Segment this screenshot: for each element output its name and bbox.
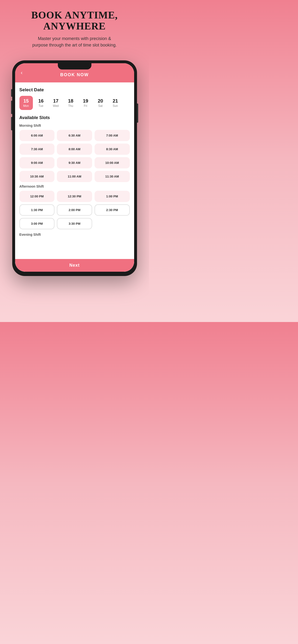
slot-130pm[interactable]: 1:30 PM bbox=[20, 204, 55, 216]
date-item-16-tue[interactable]: 16 Tue bbox=[34, 96, 48, 110]
date-day: Thu bbox=[68, 104, 73, 108]
slot-900am[interactable]: 9:00 AM bbox=[20, 157, 55, 168]
slot-100pm[interactable]: 1:00 PM bbox=[95, 191, 130, 202]
afternoon-slots-grid-1: 12:00 PM 12:30 PM 1:00 PM bbox=[20, 191, 130, 202]
page-subtitle: Master your moments with precision & pur… bbox=[32, 36, 118, 48]
slot-300pm[interactable]: 3:00 PM bbox=[20, 218, 55, 229]
evening-shift-label: Evening Shift bbox=[20, 233, 130, 236]
slot-700am[interactable]: 7:00 AM bbox=[95, 130, 130, 141]
date-number: 16 bbox=[38, 98, 43, 104]
date-item-17-wed[interactable]: 17 Wed bbox=[49, 96, 63, 110]
slot-830am[interactable]: 8:30 AM bbox=[95, 144, 130, 155]
page-header: BOOK ANYTIME,ANYWHERE Master your moment… bbox=[31, 10, 118, 48]
slot-330pm[interactable]: 3:30 PM bbox=[57, 218, 92, 229]
date-item-20-sat[interactable]: 20 Sat bbox=[94, 96, 107, 110]
slot-1230pm[interactable]: 12:30 PM bbox=[57, 191, 92, 202]
slot-1200pm[interactable]: 12:00 PM bbox=[20, 191, 55, 202]
date-number: 20 bbox=[98, 98, 103, 104]
slot-600am[interactable]: 6:00 AM bbox=[20, 130, 55, 141]
date-day: Tue bbox=[38, 104, 43, 108]
date-item-21-sun[interactable]: 21 Sun bbox=[109, 96, 122, 110]
app-header-title: BOOK NOW bbox=[60, 72, 89, 78]
date-selector: 15 Mon 16 Tue 17 Wed 18 Thu 19 Fri bbox=[20, 96, 130, 110]
slot-1000am[interactable]: 10:00 AM bbox=[95, 157, 130, 168]
back-button[interactable]: ‹ bbox=[19, 69, 25, 77]
available-slots-title: Available Slots bbox=[20, 115, 130, 120]
slot-930am[interactable]: 9:30 AM bbox=[57, 157, 92, 168]
app-footer: Next bbox=[15, 259, 134, 272]
app-content: Select Date 15 Mon 16 Tue 17 Wed 18 Thu bbox=[15, 82, 134, 272]
date-day: Sat bbox=[98, 104, 102, 108]
morning-slots-grid: 6:00 AM 6:30 AM 7:00 AM 7:30 AM 8:00 AM … bbox=[20, 130, 130, 182]
slot-200pm[interactable]: 2:00 PM bbox=[57, 204, 92, 216]
phone-notch bbox=[58, 63, 91, 70]
next-button[interactable]: Next bbox=[20, 263, 129, 268]
date-number: 21 bbox=[112, 98, 118, 104]
afternoon-shift-label: Afternoon Shift bbox=[20, 184, 130, 188]
afternoon-slots-grid-3: 3:00 PM 3:30 PM bbox=[20, 218, 130, 229]
slot-800am[interactable]: 8:00 AM bbox=[57, 144, 92, 155]
select-date-label: Select Date bbox=[20, 87, 130, 92]
slot-730am[interactable]: 7:30 AM bbox=[20, 144, 55, 155]
date-item-15-mon[interactable]: 15 Mon bbox=[20, 96, 33, 110]
date-number: 18 bbox=[68, 98, 73, 104]
date-number: 19 bbox=[83, 98, 88, 104]
slot-1130am[interactable]: 11:30 AM bbox=[95, 171, 130, 182]
phone-screen: ‹ BOOK NOW Select Date 15 Mon 16 Tue 17 … bbox=[15, 63, 134, 272]
morning-shift-label: Morning Shift bbox=[20, 124, 130, 128]
date-day: Sun bbox=[113, 104, 118, 108]
page-title: BOOK ANYTIME,ANYWHERE bbox=[31, 10, 118, 32]
slot-1030am[interactable]: 10:30 AM bbox=[20, 171, 55, 182]
date-number: 17 bbox=[53, 98, 58, 104]
date-day: Mon bbox=[23, 104, 29, 108]
slot-1100am[interactable]: 11:00 AM bbox=[57, 171, 92, 182]
date-item-18-thu[interactable]: 18 Thu bbox=[64, 96, 77, 110]
slot-630am[interactable]: 6:30 AM bbox=[57, 130, 92, 141]
date-day: Fri bbox=[84, 104, 87, 108]
afternoon-slots-grid-2: 1:30 PM 2:00 PM 2:30 PM bbox=[20, 204, 130, 216]
date-day: Wed bbox=[53, 104, 59, 108]
phone-mockup: ‹ BOOK NOW Select Date 15 Mon 16 Tue 17 … bbox=[12, 60, 137, 276]
slot-230pm[interactable]: 2:30 PM bbox=[95, 204, 130, 216]
date-number: 15 bbox=[23, 98, 29, 104]
date-item-19-fri[interactable]: 19 Fri bbox=[79, 96, 92, 110]
